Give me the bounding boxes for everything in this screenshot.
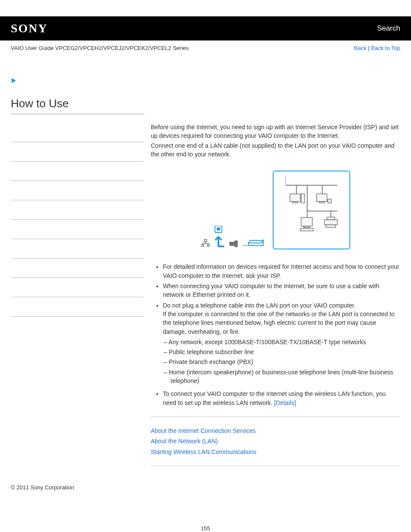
sidebar-item[interactable] [11,162,144,181]
main-content: Before using the Internet, you need to s… [144,123,400,476]
network-diagram [151,171,400,249]
sony-logo: SONY [11,22,48,35]
list-item: Public telephone subscriber line [171,348,400,356]
sidebar-item[interactable] [11,181,144,200]
list-item: For detailed information on devices requ… [163,262,400,280]
copyright: © 2011 Sony Corporation [11,484,74,491]
list-item: Any network, except 1000BASE-T/100BASE-T… [171,338,400,346]
sidebar-item[interactable] [11,278,144,297]
svg-rect-27 [324,220,337,225]
subheader: VAIO User Guide VPCEG2/VPCEH2/VPCEJ2/VPC… [0,40,411,56]
network-box [273,171,350,249]
svg-rect-14 [290,194,300,202]
related-link[interactable]: Starting Wireless LAN Communications [151,448,400,456]
list-item: Home (intercom speakerphone) or business… [171,368,400,386]
svg-rect-8 [217,227,220,230]
intro-paragraph: Before using the Internet, you need to s… [151,123,400,140]
svg-rect-26 [300,228,313,231]
sidebar [11,123,144,476]
header-bar: SONY Search [0,16,411,40]
list-item: Do not plug a telephone cable into the L… [163,301,400,386]
svg-rect-17 [317,194,327,202]
sidebar-item[interactable] [11,220,144,239]
modem-icon [243,237,264,249]
list-item-text: Do not plug a telephone cable into the L… [163,302,355,309]
sidebar-item[interactable] [11,142,144,162]
details-link[interactable]: [Details] [274,399,296,406]
note-list: For detailed information on devices requ… [151,262,400,385]
sidebar-item[interactable] [11,297,144,317]
svg-rect-25 [304,226,310,227]
svg-rect-15 [293,202,298,203]
back-link[interactable]: Back [354,45,367,51]
list-item: To connect your VAIO computer to the Int… [163,389,400,407]
svg-rect-18 [319,202,324,203]
sidebar-item[interactable] [11,123,144,142]
search-link[interactable]: Search [377,24,400,33]
svg-rect-5 [202,245,204,246]
lan-symbol-icon [201,239,210,249]
sidebar-item[interactable] [11,258,144,278]
arrow-up-icon [214,226,224,249]
page-title: How to Use [11,97,144,114]
back-to-top-link[interactable]: Back to Top [371,45,400,51]
intro-text: Before using the Internet, you need to s… [151,123,400,159]
svg-rect-0 [204,240,207,242]
related-link[interactable]: About the Internet Connection Services [151,426,400,435]
separator [151,466,400,466]
related-link[interactable]: About the Network (LAN) [151,437,400,445]
svg-rect-29 [326,225,336,227]
breadcrumb-arrow-icon [11,77,400,84]
list-item: When connecting your VAIO computer to th… [163,282,400,299]
guide-title: VAIO User Guide VPCEG2/VPCEH2/VPCEJ2/VPC… [11,45,189,51]
sidebar-item[interactable] [11,200,144,220]
intro-paragraph: Connect one end of a LAN cable (not supp… [151,141,400,159]
list-item: Private branch exchange (PBX) [171,358,400,366]
nav-separator: | [367,45,371,51]
separator [151,417,400,417]
lan-port-group [201,226,264,249]
list-item-text: If the computer is connected to the one … [163,311,395,335]
sidebar-item[interactable] [11,239,144,258]
svg-rect-19 [328,199,331,203]
svg-rect-16 [301,194,305,203]
related-links: About the Internet Connection Services A… [151,426,400,456]
rj45-connector-icon [229,240,238,249]
svg-rect-6 [207,245,209,246]
svg-rect-28 [327,217,335,220]
dash-list: Any network, except 1000BASE-T/100BASE-T… [163,338,400,385]
note-list-2: To connect your VAIO computer to the Int… [151,389,400,407]
nav-links: Back | Back to Top [354,45,400,51]
page-number: 155 [0,525,411,532]
svg-rect-24 [301,218,312,226]
footer: © 2011 Sony Corporation [0,476,411,508]
